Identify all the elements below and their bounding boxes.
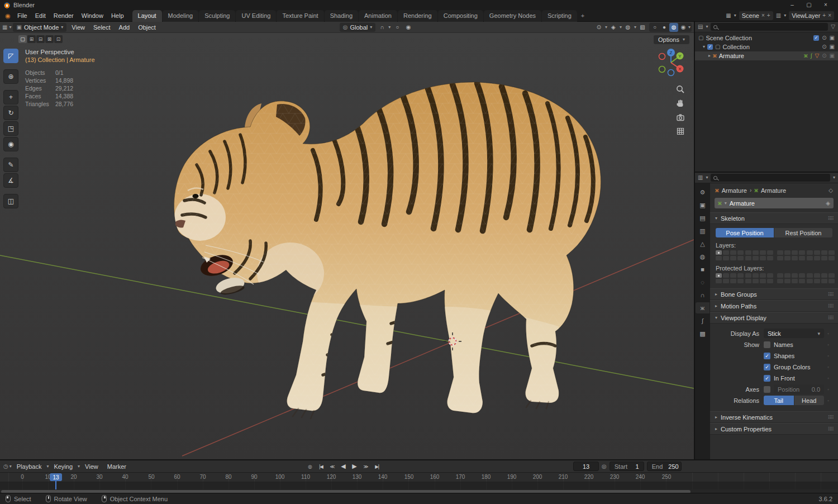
exclude-checkbox[interactable]: ✓ (813, 35, 819, 41)
protected-layer-toggle[interactable] (767, 273, 773, 278)
decorator-icon[interactable]: ◦ (824, 387, 832, 392)
overlays-icon[interactable]: ◍ (623, 23, 633, 32)
panel-custom-properties-header[interactable]: ▸ Custom Properties ⠿⠿ (710, 423, 838, 435)
tab-compositing[interactable]: Compositing (438, 10, 483, 22)
tab-uv-editing[interactable]: UV Editing (236, 10, 276, 22)
tool-measure[interactable]: ∡ (3, 173, 18, 188)
layer-toggle[interactable] (767, 256, 773, 260)
ptab-view-layer[interactable]: ▥ (696, 225, 710, 236)
layer-toggle[interactable] (745, 250, 751, 255)
decorator-icon[interactable]: ◦ (824, 364, 832, 370)
menu-help[interactable]: Help (107, 10, 128, 21)
layer-toggle[interactable] (807, 256, 813, 260)
ptab-object-data[interactable]: ж (696, 302, 710, 313)
viewlayer-selector[interactable]: ViewLayer + × (789, 11, 834, 20)
hide-eye-icon[interactable]: ⊙ (822, 35, 826, 41)
minimize-button[interactable]: – (784, 0, 801, 10)
remove-viewlayer-icon[interactable]: × (828, 13, 831, 18)
outliner-row-scene-collection[interactable]: ▢ Scene Collection ✓ ⊙ ▣ (695, 34, 838, 42)
timeline-editor-arrow-icon[interactable]: ▾ (9, 464, 12, 469)
display-as-dropdown[interactable]: Stick▾ (764, 329, 824, 338)
ptab-world[interactable]: ◍ (696, 251, 710, 262)
shading-arrow-icon[interactable]: ▾ (688, 25, 691, 30)
properties-editor-arrow-icon[interactable]: ▾ (706, 175, 708, 180)
outliner-filter-icon[interactable]: ▽ (831, 24, 835, 30)
protected-layer-toggle[interactable] (807, 279, 813, 283)
transform-orientation-dropdown[interactable]: ◎ Global ▾ (340, 23, 376, 32)
protected-layer-toggle[interactable] (745, 273, 751, 278)
protected-layer-toggle[interactable] (799, 279, 805, 283)
play-button[interactable]: ▶ (350, 462, 359, 471)
layer-toggle[interactable] (760, 250, 766, 255)
viewport-canvas[interactable]: ▢ ⊞ ⊟ ⊠ ⊡ ◸ ⊕ + ↻ ◳ ◉ ✎ ∡ ◫ User Perspec… (0, 33, 694, 459)
drag-handle-icon[interactable]: ⠿⠿ (828, 426, 833, 432)
options-button[interactable]: Options ▾ (654, 35, 689, 44)
new-scene-icon[interactable]: + (767, 13, 770, 18)
protected-layer-toggle[interactable] (753, 279, 759, 283)
layer-toggle[interactable] (799, 256, 805, 260)
protected-layer-toggle[interactable] (792, 279, 798, 283)
rest-position-button[interactable]: Rest Position (774, 228, 832, 237)
render-camera-icon[interactable]: ▣ (830, 35, 835, 41)
layer-toggle[interactable] (716, 250, 722, 255)
editor-type-icon[interactable]: ▦ (2, 25, 7, 30)
protected-layer-toggle[interactable] (792, 273, 798, 278)
properties-filter-arrow-icon[interactable]: ▾ (833, 175, 835, 180)
tool-scale[interactable]: ◳ (3, 121, 18, 136)
scene-browse-arrow-icon[interactable]: ▾ (734, 13, 736, 18)
timeline-editor-icon[interactable]: ◷ (3, 464, 8, 469)
object-visibility-icon[interactable]: ⊙ (594, 23, 604, 32)
layer-toggle[interactable] (829, 250, 835, 255)
jump-to-end-button[interactable]: ▶| (372, 462, 382, 471)
ptab-bone-constraints[interactable]: ∫ (696, 315, 710, 326)
auto-keying-record-icon[interactable]: ◎ (305, 462, 315, 471)
select-mode-invert-icon[interactable]: ⊠ (45, 35, 54, 43)
layer-toggle[interactable] (829, 256, 835, 260)
timeline-menu-keying[interactable]: Keying (50, 461, 77, 472)
select-mode-extend-icon[interactable]: ⊞ (27, 35, 36, 43)
outliner-row-collection[interactable]: ▾ ✓ ▢ Collection ⊙ ▣ (695, 42, 838, 51)
panel-inverse-kinematics-header[interactable]: ▸ Inverse Kinematics ⠿⠿ (710, 411, 838, 423)
protected-layer-toggle[interactable] (753, 273, 759, 278)
pin-icon[interactable]: ◇ (829, 188, 833, 193)
outliner-editor-arrow-icon[interactable]: ▾ (706, 25, 708, 29)
close-button[interactable]: × (817, 0, 834, 10)
render-camera-icon[interactable]: ▣ (830, 44, 835, 50)
panel-skeleton-header[interactable]: ▾ Skeleton ⠿⠿ (710, 212, 838, 224)
shading-solid-icon[interactable]: ● (660, 23, 669, 32)
armature-data-icon[interactable]: ∫ (811, 53, 812, 59)
render-camera-icon[interactable]: ▣ (830, 53, 835, 59)
timeline-menu-view[interactable]: View (81, 461, 102, 472)
datablock-name-field[interactable]: ж ▾ Armature ◈ (715, 198, 834, 208)
layer-toggle[interactable] (753, 250, 759, 255)
in-front-checkbox[interactable]: ✓ (764, 375, 770, 382)
layer-toggle[interactable] (753, 256, 759, 260)
add-workspace-button[interactable]: + (578, 10, 588, 22)
layer-toggle[interactable] (777, 256, 783, 260)
protected-layer-toggle[interactable] (730, 279, 736, 283)
menu-window[interactable]: Window (78, 10, 107, 21)
layer-toggle[interactable] (784, 250, 791, 255)
tab-animation[interactable]: Animation (359, 10, 397, 22)
protected-layer-toggle[interactable] (777, 279, 783, 283)
tool-rotate[interactable]: ↻ (3, 106, 18, 120)
protected-layer-toggle[interactable] (767, 279, 773, 283)
keying-set-icon[interactable]: ◎ (602, 464, 607, 469)
blender-menu-icon[interactable]: ◉ (2, 12, 13, 20)
layer-toggle[interactable] (792, 250, 798, 255)
end-frame-field[interactable]: End 250 (647, 462, 682, 471)
visibility-arrow-icon[interactable]: ▾ (605, 25, 607, 30)
next-keyframe-button[interactable]: ≫ (361, 462, 370, 471)
ptab-object[interactable]: ■ (696, 264, 710, 275)
tab-layout[interactable]: Layout (132, 10, 162, 22)
protected-layer-toggle[interactable] (814, 279, 820, 283)
select-mode-new-icon[interactable]: ▢ (18, 35, 27, 43)
shading-wireframe-icon[interactable]: ○ (650, 23, 659, 32)
timeline-menu-marker[interactable]: Marker (103, 461, 130, 472)
layer-toggle[interactable] (737, 250, 744, 255)
scene-selector[interactable]: Scene × + (739, 11, 773, 20)
jump-to-start-button[interactable]: |◀ (316, 462, 326, 471)
protected-layer-toggle[interactable] (737, 273, 744, 278)
outliner-row-armature[interactable]: ▸ ж Armature ж ∫ ▽ ⊙ ▣ (695, 51, 838, 60)
ptab-tool[interactable]: ⚙ (696, 187, 710, 198)
